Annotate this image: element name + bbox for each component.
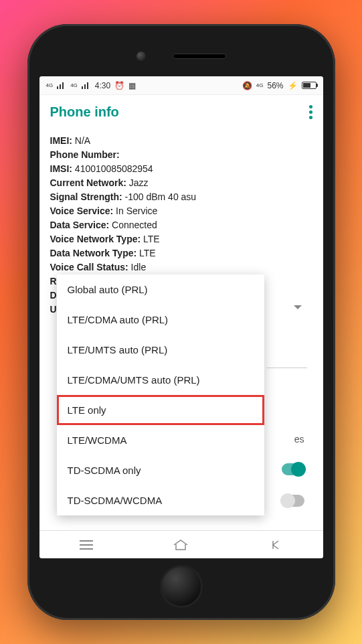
physical-home-button[interactable] [160, 565, 203, 608]
screen: 4G 4G 4:30 ⏰ ▦ 🔕 4G 56% ⚡ Phone info [39, 76, 323, 558]
speaker [173, 54, 226, 59]
info-value: LTE [137, 248, 156, 258]
network-label: 4G [46, 82, 54, 88]
info-row: IMSI: 410010085082954 [50, 162, 312, 176]
info-value: N/A [72, 135, 90, 146]
dropdown-item[interactable]: LTE only [57, 395, 264, 425]
info-label: Voice Network Type: [50, 234, 141, 244]
dropdown-item[interactable]: LTE/WCDMA [57, 425, 264, 455]
recent-apps-button[interactable] [78, 537, 94, 553]
overflow-menu-icon[interactable] [309, 105, 312, 119]
info-value: -100 dBm 40 asu [122, 191, 197, 202]
dropdown-item[interactable]: LTE/UMTS auto (PRL) [57, 335, 264, 365]
dropdown-item[interactable]: Global auto (PRL) [57, 274, 264, 305]
toggle-off[interactable] [282, 495, 304, 507]
nav-bar [39, 530, 323, 558]
partial-text: es [294, 434, 304, 445]
back-button[interactable] [268, 537, 284, 553]
info-row: Voice Network Type: LTE [50, 232, 312, 246]
dnd-icon: 🔕 [242, 81, 252, 90]
info-label: IMEI: [50, 135, 72, 146]
info-value: Connected [109, 220, 157, 230]
front-camera [137, 52, 146, 61]
info-row: Voice Service: In Service [50, 204, 312, 218]
info-value: 410010085082954 [72, 163, 153, 174]
info-value: Idle [128, 262, 146, 272]
dropdown-item[interactable]: LTE/CDMA auto (PRL) [57, 305, 264, 335]
info-label: Signal Strength: [50, 191, 122, 202]
status-right: 🔕 4G 56% ⚡ [242, 81, 316, 90]
info-label: Phone Number: [50, 149, 120, 160]
info-value: In Service [113, 206, 157, 216]
status-bar: 4G 4G 4:30 ⏰ ▦ 🔕 4G 56% ⚡ [39, 76, 323, 95]
info-row: IMEI: N/A [50, 134, 312, 148]
info-label: Current Network: [50, 177, 126, 188]
network-label-2: 4G [70, 82, 78, 88]
phone-top-bezel [39, 36, 323, 76]
info-label: IMSI: [50, 163, 72, 174]
dropdown-item[interactable]: LTE/CDMA/UMTS auto (PRL) [57, 365, 264, 395]
status-left: 4G 4G 4:30 ⏰ ▦ [46, 81, 137, 90]
toggle-on[interactable] [282, 463, 304, 475]
battery-icon [302, 82, 316, 89]
info-label: Data Network Type: [50, 248, 137, 258]
chevron-down-icon[interactable] [294, 305, 302, 309]
dropdown-item[interactable]: TD-SCDMA only [57, 455, 264, 485]
clock: 4:30 [95, 81, 110, 90]
info-row: Data Service: Connected [50, 218, 312, 232]
misc-icon: ▦ [128, 81, 136, 90]
info-row: Phone Number: [50, 148, 312, 162]
page-title: Phone info [50, 104, 119, 120]
app-bar: Phone info [39, 95, 323, 129]
alarm-icon: ⏰ [114, 81, 124, 90]
charging-icon: ⚡ [288, 81, 298, 90]
network-type-dropdown[interactable]: Global auto (PRL)LTE/CDMA auto (PRL)LTE/… [57, 274, 264, 515]
phone-frame: 4G 4G 4:30 ⏰ ▦ 🔕 4G 56% ⚡ Phone info [27, 24, 335, 620]
battery-percent: 56% [267, 81, 283, 90]
info-label: Voice Call Status: [50, 262, 128, 272]
info-label: Data Service: [50, 220, 110, 230]
signal-icon-2 [82, 82, 91, 89]
network-label-3: 4G [256, 82, 264, 88]
divider [267, 368, 307, 368]
info-row: Current Network: Jazz [50, 176, 312, 190]
signal-icon [57, 82, 66, 89]
info-value: Jazz [126, 177, 149, 188]
info-row: Data Network Type: LTE [50, 246, 312, 260]
dropdown-item[interactable]: TD-SCDMA/WCDMA [57, 485, 264, 515]
info-label: Voice Service: [50, 206, 114, 216]
info-row: Signal Strength: -100 dBm 40 asu [50, 190, 312, 204]
info-value: LTE [141, 234, 160, 244]
info-row: Voice Call Status: Idle [50, 260, 312, 274]
home-nav-button[interactable] [173, 537, 189, 553]
